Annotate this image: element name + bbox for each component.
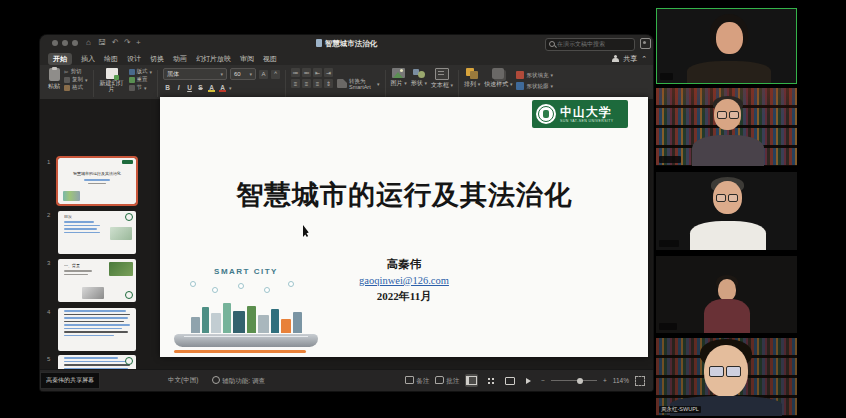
participant-video-4[interactable]	[656, 256, 797, 333]
shape-outline-button[interactable]: 形状轮廓▾	[516, 82, 553, 90]
align-left-button[interactable]: ≡	[291, 79, 300, 88]
tab-review[interactable]: 审阅	[240, 54, 254, 64]
presenter-view-icon[interactable]	[640, 38, 651, 49]
slide-number: 5	[47, 356, 55, 362]
share-button[interactable]: 共享	[623, 54, 637, 64]
paragraph-group: ≔ ≕ ⇤ ⇥ ≡ ≡ ≡ ⇕	[289, 67, 335, 100]
shapes-text: 形状	[411, 80, 423, 86]
textbox-text: 文本框	[431, 82, 449, 88]
normal-view-button[interactable]	[465, 374, 478, 387]
smartart-caret-icon: ▾	[377, 81, 380, 87]
convert-smartart-button[interactable]: 转换为SmartArt ▾	[335, 67, 382, 100]
slide-sorter-icon	[487, 377, 494, 384]
zoom-level[interactable]: 114%	[613, 377, 629, 384]
insert-picture-button[interactable]: 图片 ▾	[389, 67, 409, 100]
numbering-button[interactable]: ≕	[302, 68, 311, 77]
slide-number: 2	[47, 212, 55, 218]
insert-shapes-button[interactable]: 形状 ▾	[409, 67, 429, 100]
font-name-select[interactable]: 黑体 ▾	[163, 68, 227, 80]
reset-button[interactable]: 重置	[129, 76, 153, 83]
slideshow-view-button[interactable]	[522, 374, 535, 387]
accessibility-status[interactable]: 辅助功能: 调查	[212, 376, 265, 386]
indent-decrease-button[interactable]: ⇤	[313, 68, 322, 77]
search-input[interactable]	[557, 39, 631, 48]
layout-button[interactable]: 版式▾	[129, 68, 153, 75]
new-slide-button[interactable]: 新建幻灯片	[97, 67, 127, 93]
italic-button[interactable]: I	[174, 82, 183, 92]
arrange-button[interactable]: 排列 ▾	[462, 67, 482, 100]
participant-video-3[interactable]	[656, 172, 797, 250]
language-status[interactable]: 中文(中国)	[168, 376, 198, 385]
indent-increase-button[interactable]: ⇥	[324, 68, 333, 77]
clipboard-minis: ✂剪切 复制▾ 格式	[62, 67, 90, 92]
increase-font-button[interactable]: A	[259, 70, 268, 79]
paragraph-row-1: ≔ ≕ ⇤ ⇥	[291, 68, 333, 77]
reading-view-button[interactable]	[503, 374, 516, 387]
format-painter-button[interactable]: 格式	[64, 84, 88, 91]
copy-icon	[64, 77, 70, 83]
participant-body	[704, 299, 750, 333]
shape-outline-icon	[516, 82, 524, 90]
smartart-label: 转换为SmartArt	[349, 78, 375, 90]
university-badge: 中山大学 SUN YAT-SEN UNIVERSITY	[532, 100, 628, 128]
search-box[interactable]	[545, 38, 635, 51]
notes-button[interactable]: 备注	[405, 376, 429, 386]
slide-canvas[interactable]: 中山大学 SUN YAT-SEN UNIVERSITY 智慧城市的运行及其法治化…	[160, 97, 648, 357]
zoom-out-button[interactable]: −	[541, 377, 545, 384]
collapse-ribbon-icon[interactable]: ⌃	[641, 55, 647, 63]
insert-textbox-button[interactable]: 文本框 ▾	[429, 67, 455, 100]
quick-styles-button[interactable]: 快速样式 ▾	[482, 67, 514, 100]
tab-insert[interactable]: 插入	[81, 54, 95, 64]
zoom-in-button[interactable]: +	[603, 377, 607, 384]
shape-fill-button[interactable]: 形状填充▾	[516, 71, 553, 79]
font-size-value: 60	[234, 71, 241, 77]
decrease-font-button[interactable]: ᴬ	[271, 70, 280, 79]
comments-button[interactable]: 批注	[435, 376, 459, 386]
participant-video-1[interactable]	[656, 8, 797, 84]
tab-design[interactable]: 设计	[127, 54, 141, 64]
cut-button[interactable]: ✂剪切	[64, 68, 88, 75]
slide-thumbnail-2[interactable]: 目次	[58, 211, 136, 254]
tab-animations[interactable]: 动画	[173, 54, 187, 64]
participant-video-2[interactable]	[656, 88, 797, 166]
font-size-select[interactable]: 60 ▾	[230, 68, 256, 80]
align-right-button[interactable]: ≡	[313, 79, 322, 88]
bullets-button[interactable]: ≔	[291, 68, 300, 77]
status-right: 备注 批注 − + 114%	[405, 374, 653, 387]
underline-button[interactable]: U	[185, 82, 194, 92]
fit-slide-button[interactable]	[635, 376, 645, 386]
text-highlight-button[interactable]: A	[207, 82, 216, 92]
strikethrough-button[interactable]: S	[196, 82, 205, 92]
tab-view[interactable]: 视图	[263, 54, 277, 64]
slide-thumbnail-3[interactable]: 一、背景	[58, 259, 136, 302]
shapes-label: 形状 ▾	[411, 79, 427, 88]
zoom-slider-knob[interactable]	[577, 378, 583, 384]
section-button[interactable]: 节▾	[129, 84, 153, 91]
shape-outline-caret-icon: ▾	[550, 83, 553, 89]
copy-button[interactable]: 复制▾	[64, 76, 88, 83]
tab-home[interactable]: 开始	[48, 53, 72, 65]
workspace: 1 智慧城市的运行及其法治化 2 目次	[40, 99, 653, 370]
paste-label: 粘贴	[48, 82, 60, 91]
slide-thumbnail-4[interactable]	[58, 308, 136, 351]
participant-video-5[interactable]: 周永红-SWUPL	[656, 338, 797, 416]
slide-thumbnail-1[interactable]: 智慧城市的运行及其法治化	[58, 158, 136, 204]
layout-label: 版式	[137, 68, 148, 75]
font-color-button[interactable]: A	[218, 82, 227, 92]
bold-button[interactable]: B	[163, 82, 172, 92]
tab-slideshow[interactable]: 幻灯片放映	[196, 54, 231, 64]
tab-transitions[interactable]: 切换	[150, 54, 164, 64]
font-size-caret-icon: ▾	[250, 71, 253, 77]
shapes-caret-icon: ▾	[424, 80, 427, 86]
paste-button[interactable]: 粘贴	[46, 67, 62, 92]
line-spacing-button[interactable]: ⇕	[324, 79, 333, 88]
align-center-button[interactable]: ≡	[302, 79, 311, 88]
tab-draw[interactable]: 绘图	[104, 54, 118, 64]
shape-fill-label: 形状填充	[526, 72, 548, 79]
slide-sorter-view-button[interactable]	[484, 374, 497, 387]
share-group: 共享 ⌃	[612, 54, 653, 64]
participant-glasses	[716, 194, 738, 202]
clipboard-group: 粘贴 ✂剪切 复制▾ 格式	[46, 67, 90, 100]
zoom-slider[interactable]	[551, 380, 597, 381]
slide-thumbnail-5[interactable]	[58, 355, 136, 370]
